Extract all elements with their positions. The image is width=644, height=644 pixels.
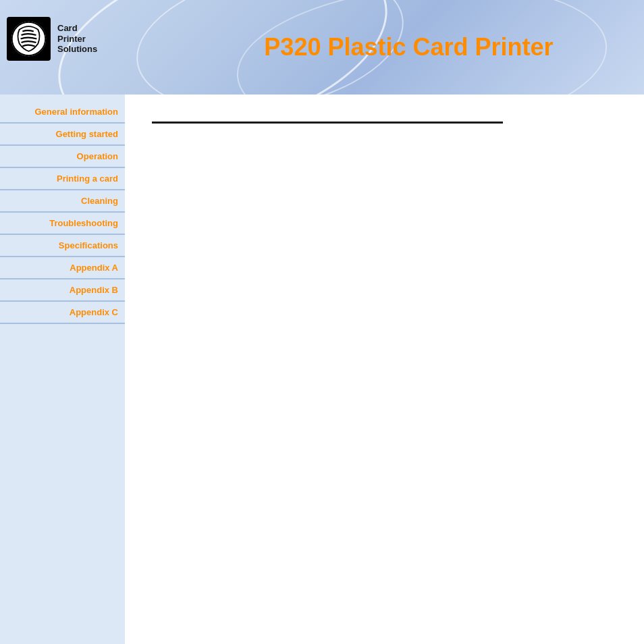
zebra-logo-box	[7, 17, 51, 61]
logo-text: Card Printer Solutions	[57, 23, 97, 55]
sidebar-item-general-information[interactable]: General information	[0, 101, 125, 124]
sidebar-label-appendix-b: Appendix B	[70, 285, 118, 295]
sidebar: General information Getting started Oper…	[0, 95, 125, 644]
content-divider	[152, 122, 503, 124]
logo-area: Card Printer Solutions	[7, 17, 97, 61]
sidebar-item-printing-a-card[interactable]: Printing a card	[0, 168, 125, 190]
sidebar-label-operation: Operation	[77, 151, 118, 161]
logo-line1: Card	[57, 23, 97, 34]
sidebar-item-getting-started[interactable]: Getting started	[0, 124, 125, 146]
sidebar-label-general-information: General information	[34, 107, 118, 117]
header: Card Printer Solutions P320 Plastic Card…	[0, 0, 644, 95]
content-area	[125, 95, 644, 644]
sidebar-label-appendix-a: Appendix A	[70, 263, 118, 273]
sidebar-item-cleaning[interactable]: Cleaning	[0, 190, 125, 213]
sidebar-label-specifications: Specifications	[59, 240, 118, 250]
sidebar-item-troubleshooting[interactable]: Troubleshooting	[0, 213, 125, 235]
sidebar-item-appendix-c[interactable]: Appendix C	[0, 302, 125, 324]
page-title: P320 Plastic Card Printer	[264, 33, 553, 61]
sidebar-label-printing-a-card: Printing a card	[57, 173, 118, 184]
sidebar-item-operation[interactable]: Operation	[0, 146, 125, 168]
sidebar-label-appendix-c: Appendix C	[70, 307, 118, 317]
logo-line2: Printer	[57, 34, 97, 45]
sidebar-label-getting-started: Getting started	[56, 129, 118, 139]
sidebar-item-appendix-a[interactable]: Appendix A	[0, 257, 125, 279]
zebra-logo-icon	[10, 20, 47, 57]
sidebar-item-appendix-b[interactable]: Appendix B	[0, 279, 125, 302]
sidebar-item-specifications[interactable]: Specifications	[0, 235, 125, 257]
logo-line3: Solutions	[57, 44, 97, 55]
sidebar-label-cleaning: Cleaning	[81, 196, 118, 206]
main-layout: General information Getting started Oper…	[0, 95, 644, 644]
sidebar-label-troubleshooting: Troubleshooting	[49, 218, 118, 228]
